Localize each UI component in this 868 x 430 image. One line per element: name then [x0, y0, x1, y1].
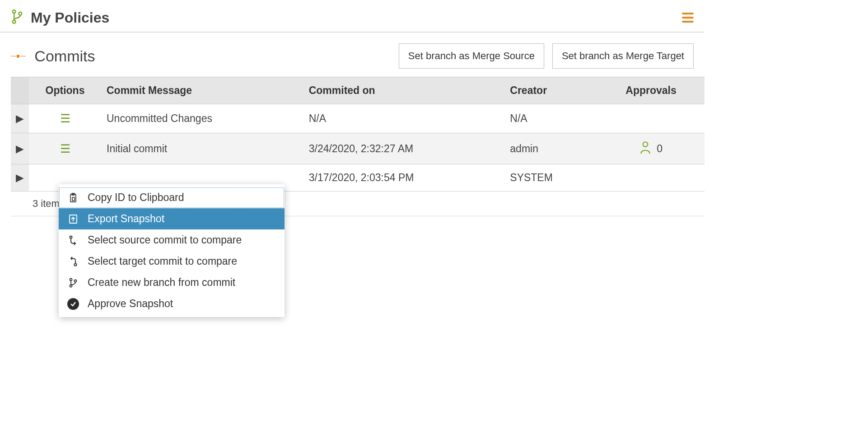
cell-commited-on: 3/24/2020, 2:32:27 AM — [303, 133, 505, 164]
col-message: Commit Message — [101, 77, 303, 104]
cell-commited-on: N/A — [303, 104, 505, 133]
options-icon[interactable]: ☰ — [60, 142, 70, 155]
page-title-wrap: My Policies — [11, 9, 109, 26]
commits-table: Options Commit Message Commited on Creat… — [11, 77, 705, 192]
menu-export-snapshot[interactable]: Export Snapshot — [59, 208, 285, 216]
cell-message: Initial commit — [101, 133, 303, 164]
menu-copy-id[interactable]: Copy ID to Clipboard — [59, 187, 285, 208]
cell-creator: SYSTEM — [504, 164, 597, 192]
table-header-row: Options Commit Message Commited on Creat… — [11, 77, 705, 104]
col-creator: Creator — [504, 77, 597, 104]
table-row[interactable]: ▶ ☰ Initial commit 3/24/2020, 2:32:27 AM… — [11, 133, 705, 164]
expand-icon[interactable]: ▶ — [11, 133, 29, 164]
svg-point-3 — [643, 142, 648, 147]
table-row[interactable]: ▶ ☰ Uncommitted Changes N/A N/A — [11, 104, 705, 133]
branch-icon — [11, 9, 23, 26]
section-header: ─●─ Commits Set branch as Merge Source S… — [0, 33, 705, 77]
context-menu: Copy ID to Clipboard Export Snapshot Sel… — [59, 184, 285, 216]
cell-approvals — [597, 164, 705, 192]
approvals-count: 0 — [657, 143, 663, 155]
section-title: Commits — [34, 47, 95, 65]
cell-approvals: 0 — [597, 133, 705, 164]
collapse-icon[interactable]: ─●─ — [11, 52, 25, 60]
page-title: My Policies — [31, 9, 109, 26]
menu-item-label: Export Snapshot — [88, 213, 164, 216]
col-commited-on: Commited on — [303, 77, 505, 104]
page-header: My Policies — [0, 0, 705, 33]
svg-point-1 — [13, 20, 16, 23]
export-icon — [67, 214, 79, 217]
set-merge-target-button[interactable]: Set branch as Merge Target — [552, 43, 694, 69]
svg-rect-6 — [72, 197, 75, 201]
set-merge-source-button[interactable]: Set branch as Merge Source — [399, 43, 544, 69]
person-icon — [639, 140, 651, 157]
svg-point-2 — [19, 12, 22, 15]
hamburger-menu-icon[interactable] — [682, 13, 694, 23]
section-title-wrap: ─●─ Commits — [11, 47, 95, 65]
options-icon[interactable]: ☰ — [60, 112, 70, 125]
cell-approvals — [597, 104, 705, 133]
cell-message: Uncommitted Changes — [101, 104, 303, 133]
svg-rect-7 — [70, 215, 77, 217]
svg-point-0 — [13, 10, 16, 13]
cell-creator: N/A — [504, 104, 597, 133]
expand-icon[interactable]: ▶ — [11, 164, 29, 192]
col-approvals: Approvals — [597, 77, 705, 104]
cell-creator: admin — [504, 133, 597, 164]
cell-commited-on: 3/17/2020, 2:03:54 PM — [303, 164, 505, 192]
col-options: Options — [29, 77, 101, 104]
clipboard-icon — [67, 192, 79, 203]
button-row: Set branch as Merge Source Set branch as… — [399, 43, 694, 69]
expand-icon[interactable]: ▶ — [11, 104, 29, 133]
menu-item-label: Copy ID to Clipboard — [88, 192, 184, 204]
